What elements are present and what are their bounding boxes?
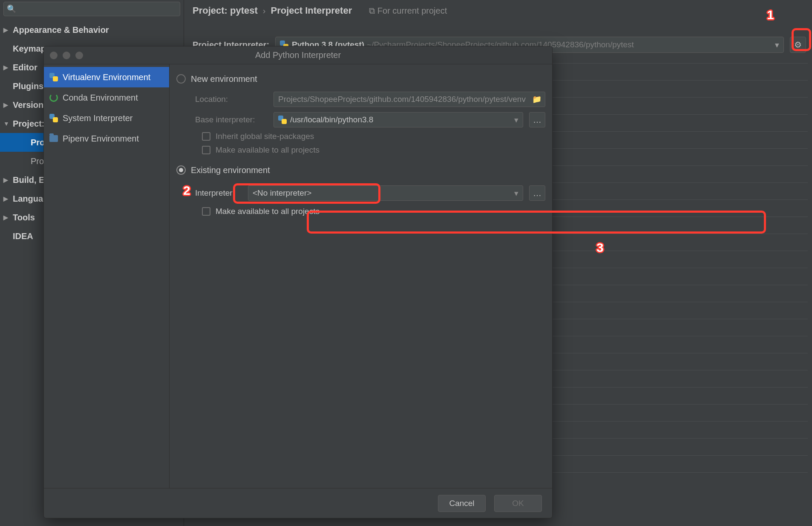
interpreter-dropdown[interactable]: <No interpreter> ▾ — [248, 185, 523, 201]
add-interpreter-dialog: Add Python Interpreter Virtualenv Enviro… — [43, 46, 553, 518]
breadcrumb-project: Project: pytest — [193, 5, 258, 16]
python-icon — [49, 73, 58, 81]
cancel-button[interactable]: Cancel — [438, 495, 486, 512]
breadcrumb: Project: pytest › Project Interpreter Fo… — [184, 0, 812, 18]
close-window-icon[interactable] — [50, 52, 58, 59]
breadcrumb-page: Project Interpreter — [271, 5, 352, 16]
folder-icon — [49, 135, 58, 142]
base-interpreter-dropdown[interactable]: /usr/local/bin/python3.8 ▾ — [274, 112, 523, 127]
make-available-checkbox-1[interactable] — [202, 146, 210, 154]
base-interpreter-value: /usr/local/bin/python3.8 — [290, 115, 373, 124]
new-env-radio[interactable] — [176, 74, 186, 84]
env-type-virtualenv[interactable]: Virtualenv Environment — [44, 67, 169, 87]
base-interpreter-browse-button[interactable]: … — [529, 112, 545, 127]
inherit-checkbox[interactable] — [202, 132, 210, 141]
ok-button[interactable]: OK — [494, 495, 542, 512]
interpreter-label: Interpreter: — [195, 188, 242, 198]
dialog-title: Add Python Interpreter — [44, 50, 552, 60]
python-icon — [49, 114, 58, 122]
chevron-down-icon: ▾ — [514, 188, 518, 198]
env-type-conda[interactable]: Conda Environment — [44, 87, 169, 108]
make-available-label-2: Make available to all projects — [216, 207, 320, 216]
base-interpreter-label: Base interpreter: — [195, 115, 268, 124]
package-table-placeholder — [552, 63, 808, 489]
window-controls[interactable] — [50, 52, 83, 59]
browse-folder-icon[interactable]: 📁 — [532, 95, 541, 104]
existing-env-radio-row[interactable]: Existing environment — [176, 162, 545, 178]
settings-search-input[interactable] — [3, 2, 180, 16]
existing-env-radio[interactable] — [176, 165, 186, 175]
minimize-window-icon[interactable] — [63, 52, 70, 59]
make-available-label-1: Make available to all projects — [216, 145, 320, 155]
breadcrumb-hint: For current project — [369, 6, 447, 16]
chevron-down-icon: ▾ — [514, 115, 518, 125]
env-type-system[interactable]: System Interpreter — [44, 108, 169, 128]
location-input[interactable]: Projects/ShopeeProjects/github.com/14059… — [274, 92, 545, 107]
inherit-label: Inherit global site-packages — [216, 132, 314, 141]
existing-env-radio-label: Existing environment — [191, 165, 270, 175]
search-icon: 🔍 — [7, 4, 16, 14]
conda-icon — [49, 93, 58, 102]
env-type-pipenv[interactable]: Pipenv Environment — [44, 128, 169, 149]
location-value: Projects/ShopeeProjects/github.com/14059… — [278, 95, 526, 104]
new-env-radio-row[interactable]: New environment — [176, 71, 545, 87]
location-label: Location: — [195, 95, 268, 104]
gear-icon: ⚙ — [794, 40, 802, 50]
dialog-titlebar[interactable]: Add Python Interpreter — [44, 46, 552, 64]
python-icon — [278, 116, 287, 124]
interpreter-browse-button[interactable]: … — [529, 185, 545, 201]
make-available-checkbox-2[interactable] — [202, 207, 210, 216]
interpreter-value: <No interpreter> — [253, 188, 311, 198]
interpreter-settings-gear-button[interactable]: ⚙ — [790, 37, 806, 53]
env-type-list: Virtualenv Environment Conda Environment… — [44, 64, 170, 488]
tree-appearance[interactable]: Appearance & Behavior — [0, 20, 184, 39]
new-env-radio-label: New environment — [191, 74, 257, 84]
zoom-window-icon[interactable] — [75, 52, 83, 59]
breadcrumb-sep: › — [263, 6, 266, 16]
